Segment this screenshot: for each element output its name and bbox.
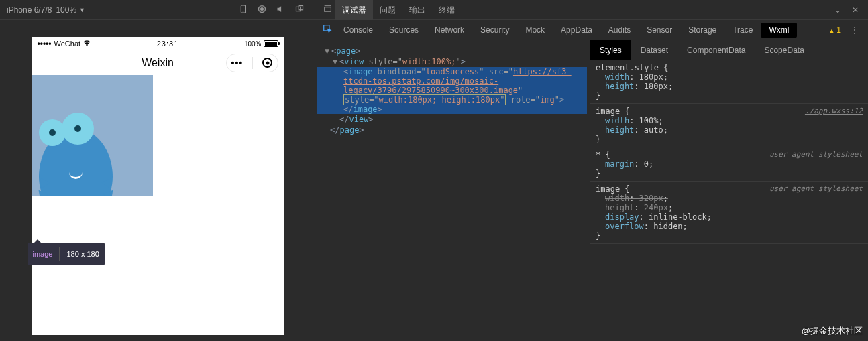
svg-rect-6 — [324, 7, 331, 11]
page-title: Weixin — [90, 57, 226, 69]
rule-origin: user agent stylesheet — [769, 184, 863, 193]
devtools-top-tabs: 调试器 问题 输出 终端 ⌄ ✕ — [315, 0, 868, 20]
subtab-sources[interactable]: Sources — [381, 25, 427, 35]
watermark-label: @掘金技术社区 — [802, 325, 863, 337]
dom-tree[interactable]: ▼<page> ▼<view style="width:100%;"> <ima… — [315, 40, 590, 341]
svg-point-3 — [260, 7, 263, 10]
more-icon[interactable]: ⋮ — [845, 25, 864, 35]
wifi-icon — [83, 40, 91, 48]
tab-problems[interactable]: 问题 — [373, 0, 402, 20]
tab-terminal[interactable]: 终端 — [432, 0, 462, 20]
stab-dataset[interactable]: Dataset — [631, 40, 677, 60]
css-declaration[interactable]: margin: 0; — [596, 159, 863, 169]
battery-icon — [264, 40, 278, 47]
css-rule[interactable]: element.style {width: 180px;height: 180p… — [590, 60, 868, 104]
css-declaration[interactable]: overflow: hidden; — [596, 222, 863, 231]
record-icon[interactable] — [252, 4, 271, 16]
chevron-down-icon[interactable]: ⌄ — [829, 5, 847, 15]
signal-icon: ••••• — [38, 39, 52, 48]
stab-styles[interactable]: Styles — [590, 40, 631, 60]
capsule-button[interactable]: ••• — [226, 54, 278, 72]
close-icon[interactable]: ✕ — [847, 5, 864, 15]
device-selector[interactable]: iPhone 6/7/8 — [7, 5, 52, 15]
styles-body[interactable]: element.style {width: 180px;height: 180p… — [590, 60, 868, 341]
simulator-canvas: ••••• WeChat 23:31 100% Weixin ••• — [0, 20, 315, 341]
popout-icon[interactable] — [290, 4, 309, 16]
rule-origin: user agent stylesheet — [769, 150, 863, 159]
css-rule[interactable]: ./app.wxss:12image {width: 100%;height: … — [590, 104, 868, 147]
css-declaration[interactable]: height: auto; — [596, 125, 863, 135]
css-declaration[interactable]: width: 320px; — [596, 194, 863, 203]
css-rule[interactable]: user agent stylesheet* {margin: 0;} — [590, 147, 868, 182]
carrier-label: WeChat — [54, 40, 81, 48]
dom-selected-node[interactable]: <image bindload="loadSuccess" src="https… — [317, 67, 587, 114]
element-picker-icon[interactable] — [319, 24, 335, 36]
chevron-down-icon: ▼ — [79, 7, 85, 13]
subtab-security[interactable]: Security — [472, 25, 517, 35]
battery-percent: 100% — [244, 40, 262, 48]
subtab-network[interactable]: Network — [427, 25, 472, 35]
phone-frame: ••••• WeChat 23:31 100% Weixin ••• — [32, 37, 284, 335]
dock-icon[interactable] — [319, 5, 335, 15]
subtab-sensor[interactable]: Sensor — [639, 25, 680, 35]
zoom-selector[interactable]: 100% — [56, 5, 76, 15]
subtab-wxml[interactable]: Wxml — [761, 23, 797, 38]
subtab-mock[interactable]: Mock — [517, 25, 553, 35]
subtab-audits[interactable]: Audits — [600, 25, 639, 35]
close-icon[interactable] — [262, 58, 272, 68]
phone-navbar: Weixin ••• — [32, 50, 284, 75]
tab-output[interactable]: 输出 — [402, 0, 432, 20]
css-declaration[interactable]: display: inline-block; — [596, 212, 863, 222]
subtab-storage[interactable]: Storage — [680, 25, 724, 35]
element-tooltip: image 180 x 180 — [28, 243, 105, 265]
stab-scopedata[interactable]: ScopeData — [755, 40, 813, 60]
tooltip-dimensions: 180 x 180 — [66, 250, 99, 258]
subtab-trace[interactable]: Trace — [724, 25, 761, 35]
tab-debugger[interactable]: 调试器 — [335, 0, 373, 20]
device-icon[interactable] — [233, 4, 252, 16]
css-declaration[interactable]: width: 100%; — [596, 116, 863, 125]
devtools-sub-tabs: Console Sources Network Security Mock Ap… — [315, 20, 868, 40]
warning-badge[interactable]: 1 — [824, 25, 845, 35]
css-declaration[interactable]: height: 180px; — [596, 82, 863, 91]
simulator-toolbar: iPhone 6/7/8 100% ▼ — [0, 0, 315, 20]
rule-origin[interactable]: ./app.wxss:12 — [805, 107, 863, 115]
stab-componentdata[interactable]: ComponentData — [677, 40, 755, 60]
clock-label: 23:31 — [91, 40, 244, 48]
css-declaration[interactable]: height: 240px; — [596, 203, 863, 212]
subtab-console[interactable]: Console — [335, 25, 381, 35]
css-declaration[interactable]: width: 180px; — [596, 72, 863, 82]
styles-tabs: Styles Dataset ComponentData ScopeData — [590, 40, 868, 60]
menu-icon[interactable]: ••• — [231, 58, 243, 68]
image-element[interactable] — [32, 75, 153, 196]
phone-statusbar: ••••• WeChat 23:31 100% — [32, 37, 284, 50]
css-rule[interactable]: user agent stylesheetimage {width: 320px… — [590, 182, 868, 244]
tooltip-tagname: image — [33, 251, 53, 258]
subtab-appdata[interactable]: AppData — [553, 25, 600, 35]
mute-icon[interactable] — [271, 4, 290, 16]
